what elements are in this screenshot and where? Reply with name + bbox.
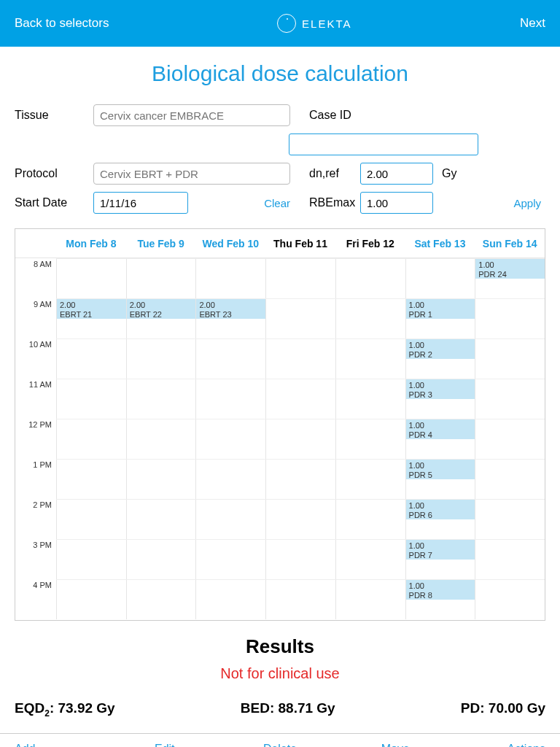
tissue-input[interactable]: [93, 104, 290, 126]
schedule-event[interactable]: 2.00EBRT 21: [57, 298, 126, 319]
schedule-event[interactable]: 1.00PDR 4: [406, 419, 475, 439]
results-title: Results: [0, 635, 560, 658]
next-button[interactable]: Next: [520, 16, 545, 31]
day-column[interactable]: [265, 258, 335, 619]
dnref-unit: Gy: [439, 167, 456, 180]
time-label: 4 PM: [15, 579, 56, 619]
day-header[interactable]: Mon Feb 8: [56, 229, 126, 258]
tissue-label: Tissue: [15, 109, 88, 122]
delete-button[interactable]: Delete: [222, 743, 338, 747]
topbar: Back to selectors ELEKTA Next: [0, 0, 560, 47]
day-column[interactable]: 2.00EBRT 23: [195, 258, 265, 619]
time-label: 2 PM: [15, 499, 56, 539]
time-label: 9 AM: [15, 298, 56, 338]
brand-circle-icon: [277, 14, 296, 33]
schedule-header: Mon Feb 8Tue Feb 9Wed Feb 10Thu Feb 11Fr…: [15, 229, 545, 258]
schedule-event[interactable]: 1.00PDR 6: [406, 499, 475, 519]
day-header[interactable]: Fri Feb 12: [335, 229, 405, 258]
form: Tissue Case ID Protocol dn,ref Gy Start …: [0, 104, 560, 214]
day-header[interactable]: Tue Feb 9: [126, 229, 196, 258]
bottom-toolbar: Add Edit Delete Move Actions: [0, 733, 560, 747]
brand-logo: ELEKTA: [277, 14, 351, 33]
brand-text: ELEKTA: [302, 18, 351, 30]
time-label: 10 AM: [15, 338, 56, 379]
back-button[interactable]: Back to selectors: [15, 16, 109, 31]
protocol-label: Protocol: [15, 167, 88, 180]
move-button[interactable]: Move: [338, 743, 453, 747]
day-header[interactable]: Sun Feb 14: [475, 229, 545, 258]
day-column[interactable]: 1.00PDR 24: [475, 258, 545, 619]
day-column[interactable]: 1.00PDR 11.00PDR 21.00PDR 31.00PDR 41.00…: [405, 258, 475, 619]
day-header[interactable]: Thu Feb 11: [265, 229, 335, 258]
schedule-event[interactable]: 2.00EBRT 23: [196, 298, 265, 319]
day-header[interactable]: Wed Feb 10: [195, 229, 265, 258]
startdate-label: Start Date: [15, 196, 88, 209]
time-label: 8 AM: [15, 258, 56, 298]
caseid-label: Case ID: [296, 109, 491, 122]
protocol-input[interactable]: [93, 163, 290, 185]
actions-button[interactable]: Actions: [453, 743, 560, 747]
metrics-row: EQD2: 73.92 Gy BED: 88.71 Gy PD: 70.00 G…: [0, 682, 560, 733]
eqd2-metric: EQD2: 73.92 Gy: [15, 700, 115, 719]
schedule-event[interactable]: 1.00PDR 24: [475, 258, 545, 279]
schedule-event[interactable]: 1.00PDR 3: [406, 379, 475, 399]
schedule-event[interactable]: 1.00PDR 1: [406, 298, 475, 319]
schedule-body: 8 AM9 AM10 AM11 AM12 PM1 PM2 PM3 PM4 PM2…: [15, 258, 545, 619]
time-label: 12 PM: [15, 419, 56, 459]
page-title: Biological dose calculation: [0, 61, 560, 86]
rbemax-label: RBEmax: [296, 196, 354, 209]
time-label: 11 AM: [15, 379, 56, 419]
rbemax-input[interactable]: [360, 192, 433, 214]
warning-text: Not for clinical use: [0, 665, 560, 682]
schedule-event[interactable]: 1.00PDR 7: [406, 539, 475, 560]
time-label: 3 PM: [15, 539, 56, 579]
apply-button[interactable]: Apply: [497, 197, 541, 209]
startdate-input[interactable]: [93, 192, 188, 214]
day-header[interactable]: Sat Feb 13: [405, 229, 475, 258]
day-column[interactable]: 2.00EBRT 22: [126, 258, 196, 619]
caseid-input[interactable]: [289, 133, 478, 155]
clear-button[interactable]: Clear: [264, 197, 290, 209]
day-column[interactable]: [335, 258, 405, 619]
bed-metric: BED: 88.71 Gy: [241, 700, 335, 719]
day-column[interactable]: 2.00EBRT 21: [56, 258, 126, 619]
add-button[interactable]: Add: [0, 743, 107, 747]
schedule[interactable]: Mon Feb 8Tue Feb 9Wed Feb 10Thu Feb 11Fr…: [15, 228, 545, 621]
time-label: 1 PM: [15, 459, 56, 499]
pd-metric: PD: 70.00 Gy: [461, 700, 545, 719]
dnref-input[interactable]: [360, 163, 433, 185]
schedule-event[interactable]: 2.00EBRT 22: [127, 298, 196, 319]
edit-button[interactable]: Edit: [107, 743, 222, 747]
dnref-label: dn,ref: [296, 167, 354, 180]
schedule-event[interactable]: 1.00PDR 8: [406, 579, 475, 600]
schedule-event[interactable]: 1.00PDR 5: [406, 459, 475, 479]
schedule-event[interactable]: 1.00PDR 2: [406, 338, 475, 359]
